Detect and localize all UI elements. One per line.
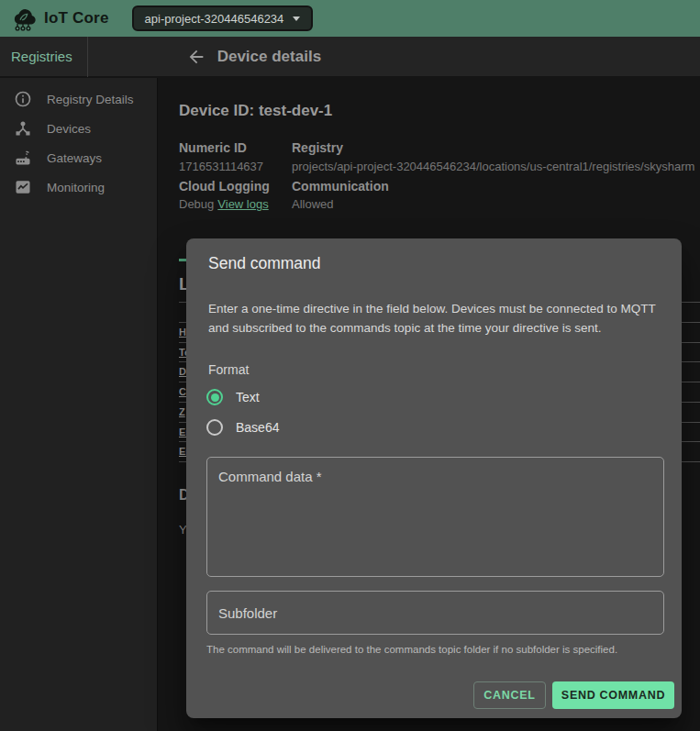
project-selector[interactable]: api-project-320446546234 <box>132 6 314 31</box>
project-selector-value: api-project-320446546234 <box>145 12 284 26</box>
cloud-logging-label: Cloud Logging <box>179 179 270 194</box>
sidebar-item-label: Devices <box>47 122 91 136</box>
registry-label: Registry <box>292 140 343 155</box>
radio-label: Base64 <box>236 420 279 435</box>
numeric-id-value: 1716531114637 <box>179 160 263 173</box>
iot-core-logo-icon <box>7 4 39 33</box>
device-id-title: Device ID: test-dev-1 <box>179 102 332 120</box>
send-command-button[interactable]: SEND COMMAND <box>552 681 674 709</box>
back-arrow-icon[interactable] <box>184 45 208 69</box>
sidebar-item-monitoring[interactable]: Monitoring <box>0 172 157 202</box>
radio-option-text[interactable]: Text <box>206 389 260 405</box>
communication-label: Communication <box>292 179 389 194</box>
info-icon <box>14 90 32 108</box>
cancel-button[interactable]: CANCEL <box>473 681 546 709</box>
topbar: IoT Core api-project-320446546234 <box>0 0 700 37</box>
communication-value: Allowed <box>292 197 334 211</box>
subfolder-helper-text: The command will be delivered to the com… <box>206 644 617 655</box>
radio-unselected-icon <box>206 419 223 436</box>
app-title: IoT Core <box>44 9 109 28</box>
dialog-description: Enter a one-time directive in the field … <box>208 299 658 338</box>
sidebar: Registry Details Devices Gateways Monito… <box>0 78 158 731</box>
sidebar-item-registry-details[interactable]: Registry Details <box>0 84 157 114</box>
header-divider <box>87 37 88 77</box>
subfolder-input[interactable] <box>206 591 664 635</box>
monitoring-icon <box>14 178 32 196</box>
page-header: Registries Device details <box>0 37 700 77</box>
dialog-title: Send command <box>208 254 321 273</box>
numeric-id-label: Numeric ID <box>179 140 247 155</box>
sidebar-item-label: Gateways <box>47 151 102 165</box>
page-title: Device details <box>217 48 321 66</box>
device-hub-icon <box>14 119 32 138</box>
registry-value: projects/api-project-320446546234/locati… <box>292 160 694 173</box>
sidebar-item-gateways[interactable]: Gateways <box>0 143 157 172</box>
radio-option-base64[interactable]: Base64 <box>206 419 279 436</box>
sidebar-item-label: Monitoring <box>47 181 105 194</box>
view-logs-link[interactable]: View logs <box>217 197 268 211</box>
cloud-logging-value: DebugView logs <box>179 197 269 211</box>
sidebar-item-label: Registry Details <box>47 93 134 106</box>
command-data-textarea[interactable] <box>206 457 664 577</box>
radio-label: Text <box>236 390 260 404</box>
registries-link[interactable]: Registries <box>11 49 72 64</box>
format-label: Format <box>208 362 249 377</box>
router-icon <box>14 149 32 167</box>
sidebar-item-devices[interactable]: Devices <box>0 114 157 143</box>
dropdown-caret-icon <box>293 17 300 21</box>
send-command-dialog: Send command Enter a one-time directive … <box>186 238 682 718</box>
dialog-actions: CANCEL SEND COMMAND <box>473 681 674 709</box>
radio-selected-icon <box>206 389 223 405</box>
